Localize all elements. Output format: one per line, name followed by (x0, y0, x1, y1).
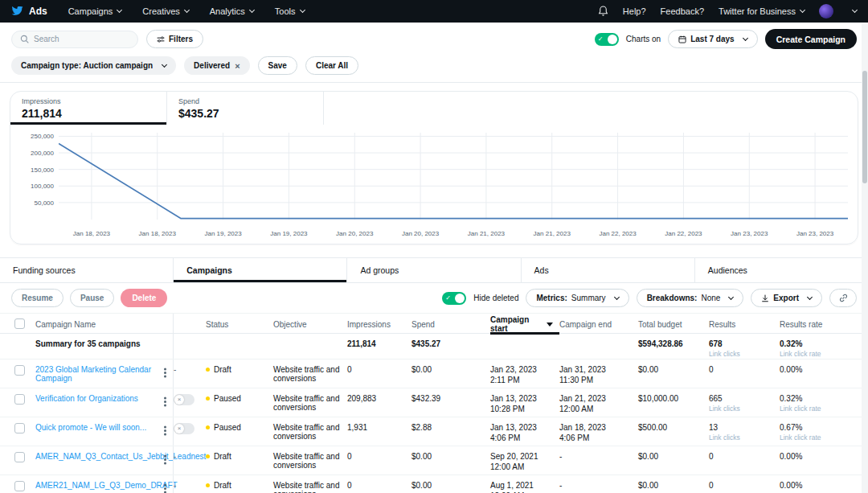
date-range-button[interactable]: Last 7 days (668, 30, 757, 48)
header-impressions[interactable]: Impressions (347, 320, 411, 329)
metric-label: Impressions (22, 97, 155, 105)
help-link[interactable]: Help? (623, 6, 646, 16)
campaign-name-link[interactable]: AMER21_NAM_LG_Q3_Demo_DRAFT (35, 481, 178, 490)
tab-funding-sources[interactable]: Funding sources (0, 258, 174, 282)
resume-button[interactable]: Resume (11, 289, 63, 307)
results-sub-link[interactable]: Link clicks (709, 433, 773, 442)
results-sub-link[interactable]: Link clicks (709, 405, 773, 413)
x-axis-tick-label: Jan 22, 2023 (665, 230, 702, 237)
row-menu-cell (161, 417, 174, 446)
delivered-filter-chip[interactable]: Delivered× (184, 56, 249, 75)
summary-spend: $435.27 (411, 334, 490, 348)
campaign-name-cell: AMER_NAM_Q3_Contact_Us_Jebbit_Leadnest (35, 446, 161, 461)
twitter-for-business-menu[interactable]: Twitter for Business (719, 6, 805, 16)
campaign-start-cell: Jan 13, 20234:06 PM (490, 417, 559, 442)
row-menu-icon[interactable] (164, 401, 166, 403)
scrollbar-thumb[interactable] (862, 71, 867, 183)
row-toggle-cell: - (174, 475, 206, 490)
row-menu-icon[interactable] (164, 487, 166, 490)
chevron-down-icon (162, 61, 167, 67)
header-spend[interactable]: Spend (411, 320, 490, 329)
header-results[interactable]: Results (709, 320, 780, 329)
start-time: 4:06 PM (490, 433, 553, 442)
metric-value: $435.27 (178, 107, 312, 120)
row-menu-icon[interactable] (164, 429, 166, 432)
campaign-name-link[interactable]: Quick promote - We will soon... (35, 423, 146, 432)
campaign-name-link[interactable]: Verification for Organizations (35, 394, 138, 403)
header-total-budget[interactable]: Total budget (638, 320, 709, 329)
charts-on-toggle[interactable]: ✓ (595, 33, 619, 46)
end-date: Jan 21, 2023 (559, 394, 632, 403)
campaign-type-filter-chip[interactable]: Campaign type: Auction campaign (11, 56, 176, 75)
share-link-button[interactable] (829, 289, 857, 307)
nav-item-analytics[interactable]: Analytics (210, 6, 254, 16)
header-campaign-end[interactable]: Campaign end (559, 320, 638, 329)
tab-audiences[interactable]: Audiences (695, 258, 868, 282)
scrollbar-track[interactable] (862, 24, 868, 493)
avatar[interactable] (819, 4, 833, 18)
nav-item-label: Campaigns (68, 6, 113, 16)
select-all-checkbox[interactable] (14, 318, 25, 329)
tab-ad-groups[interactable]: Ad groups (347, 258, 521, 282)
breakdowns-value: None (701, 294, 720, 302)
results-cell: 0 (709, 359, 780, 374)
campaign-name-cell: AMER21_NAM_LG_Q3_Demo_DRAFT (35, 475, 161, 490)
filters-button[interactable]: Filters (146, 30, 203, 48)
tab-campaigns[interactable]: Campaigns (174, 258, 347, 282)
metric-card-impressions[interactable]: Impressions 211,814 (10, 92, 167, 125)
row-checkbox[interactable] (14, 394, 25, 405)
total-budget-cell: $10,000.00 (638, 388, 709, 403)
summary-rate-sub[interactable]: Link click rate (780, 350, 862, 358)
nav-item-campaigns[interactable]: Campaigns (68, 6, 122, 16)
header-status[interactable]: Status (206, 320, 273, 329)
remove-chip-icon[interactable]: × (235, 61, 240, 71)
status-dot (206, 454, 210, 458)
search-box[interactable] (11, 31, 138, 48)
summary-results-sub[interactable]: Link clicks (709, 350, 773, 358)
y-axis-tick-label: 250,000 (18, 133, 54, 140)
status-label: Draft (214, 452, 231, 461)
export-dropdown[interactable]: Export (751, 289, 822, 307)
metrics-dropdown[interactable]: Metrics:Summary (526, 289, 628, 307)
tab-ads[interactable]: Ads (522, 258, 695, 282)
section-tabs: Funding sources Campaigns Ad groups Ads … (0, 257, 868, 283)
header-campaign-start-sorted[interactable]: Campaign start (490, 314, 559, 335)
notifications-bell-icon[interactable] (598, 6, 608, 17)
campaign-name-link[interactable]: 2023 Global Marketing Calendar Campaign (35, 365, 151, 383)
header-results-rate[interactable]: Results rate (780, 320, 868, 329)
row-checkbox[interactable] (14, 423, 25, 433)
row-checkbox[interactable] (14, 365, 25, 376)
campaign-active-toggle[interactable]: × (174, 394, 194, 405)
row-menu-icon[interactable] (164, 458, 166, 461)
account-chevron-down-icon[interactable] (852, 7, 858, 13)
status-cell: Paused (206, 417, 273, 432)
create-campaign-button[interactable]: Create Campaign (765, 29, 857, 49)
feedback-link[interactable]: Feedback? (661, 6, 704, 16)
clear-all-filters-button[interactable]: Clear All (305, 56, 358, 75)
save-filters-button[interactable]: Save (258, 56, 297, 75)
nav-item-tools[interactable]: Tools (275, 6, 305, 16)
header-objective[interactable]: Objective (273, 320, 347, 329)
header-campaign-name[interactable]: Campaign Name (35, 320, 161, 329)
status-label: Draft (214, 365, 231, 374)
pause-button[interactable]: Pause (70, 289, 114, 307)
campaign-end-cell: Jan 31, 202311:30 PM (559, 359, 638, 384)
brand[interactable]: Ads (11, 6, 47, 17)
rate-sub-link[interactable]: Link click rate (780, 433, 862, 442)
rate-sub-link[interactable]: Link click rate (780, 405, 862, 413)
delete-button[interactable]: Delete (121, 289, 167, 307)
row-checkbox[interactable] (14, 452, 25, 462)
breakdowns-dropdown[interactable]: Breakdowns:None (637, 289, 744, 307)
chip-label: Campaign type: Auction campaign (21, 61, 153, 70)
objective-cell: Website traffic and conversions (273, 359, 347, 383)
search-input[interactable] (34, 35, 122, 43)
nav-item-creatives[interactable]: Creatives (142, 6, 188, 16)
end-date: - (559, 452, 632, 461)
x-axis-tick-label: Jan 21, 2023 (534, 230, 571, 237)
spend-cell: $0.00 (411, 475, 490, 490)
hide-deleted-toggle[interactable]: ✓ (442, 292, 466, 305)
row-menu-icon[interactable] (164, 372, 166, 374)
campaign-active-toggle[interactable]: × (174, 423, 194, 434)
metric-card-spend[interactable]: Spend $435.27 (167, 92, 324, 125)
row-checkbox[interactable] (14, 481, 25, 491)
